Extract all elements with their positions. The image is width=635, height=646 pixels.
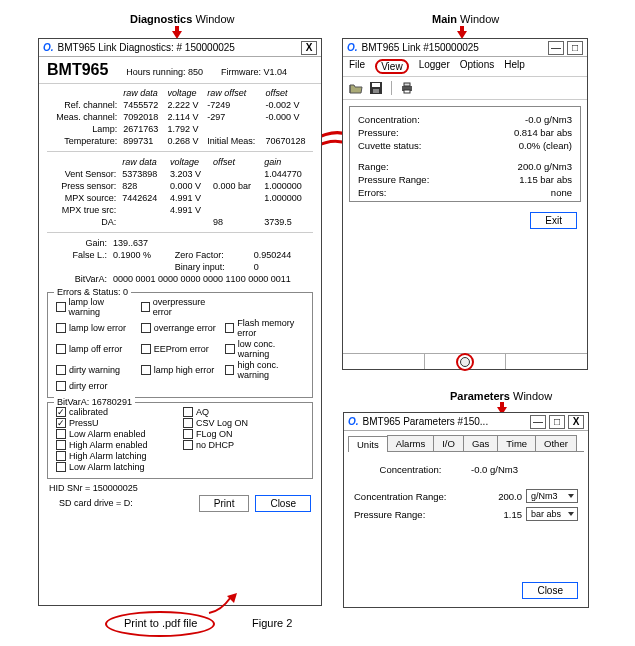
print-button[interactable]: Print [199, 495, 250, 512]
checkbox-High-Alarm-enabled[interactable]: High Alarm enabled [56, 440, 177, 450]
model-name: BMT965 [47, 61, 108, 79]
tab-alarms[interactable]: Alarms [387, 435, 435, 451]
press-label: Pressure: [358, 127, 399, 138]
main-toolbar [343, 77, 587, 100]
prange-value: 1.15 bar abs [519, 174, 572, 185]
checkbox-box [141, 302, 150, 312]
checkbox-box [56, 323, 66, 333]
exit-button[interactable]: Exit [530, 212, 577, 229]
tab-other[interactable]: Other [535, 435, 577, 451]
figure-caption: Figure 2 [252, 617, 292, 629]
p-conc-value: -0.0 g/Nm3 [471, 464, 518, 475]
checkbox-AQ[interactable]: AQ [183, 407, 304, 417]
main-info-panel-1: Concentration:-0.0 g/Nm3 Pressure:0.814 … [349, 106, 581, 202]
hid-info: HID SNr = 150000025 [39, 483, 321, 495]
checkbox-dirty-error[interactable]: dirty error [56, 381, 135, 391]
svg-rect-1 [372, 83, 380, 87]
menu-view[interactable]: View [375, 59, 409, 74]
checkbox-FLog-ON[interactable]: FLog ON [183, 429, 304, 439]
checkbox-dirty-warning[interactable]: dirty warning [56, 360, 135, 380]
main-title-bar: O. BMT965 Link #150000025 — □ [343, 39, 587, 57]
errors-fieldset: Errors & Status: 0 lamp low warningoverp… [47, 292, 313, 398]
checkbox-overrange-error[interactable]: overrange error [141, 318, 220, 338]
maximize-button[interactable]: □ [549, 415, 565, 429]
p-crange-unit-combo[interactable]: g/Nm3 [526, 489, 578, 503]
checkbox-high-conc.-warning[interactable]: high conc. warning [225, 360, 304, 380]
params-body: Concentration: -0.0 g/Nm3 Concentration … [344, 452, 588, 533]
menu-logger[interactable]: Logger [419, 59, 450, 74]
menu-help[interactable]: Help [504, 59, 525, 74]
checkbox-box [225, 344, 234, 354]
checkbox-CSV-Log-ON[interactable]: CSV Log ON [183, 418, 304, 428]
close-button[interactable]: Close [255, 495, 311, 512]
checkbox-box [183, 418, 193, 428]
errors-label: Errors: [358, 187, 387, 198]
checkbox-PressU[interactable]: PressU [56, 418, 177, 428]
checkbox-box [225, 365, 234, 375]
checkbox-low-conc.-warning[interactable]: low conc. warning [225, 339, 304, 359]
diag-title-bar: O. BMT965 Link Diagnostics: # 150000025 … [39, 39, 321, 57]
svg-rect-4 [404, 83, 410, 86]
range-label: Range: [358, 161, 389, 172]
app-icon: O. [347, 42, 358, 53]
p-prange-unit-combo[interactable]: bar abs [526, 507, 578, 521]
cuvette-label: Cuvette status: [358, 140, 421, 151]
main-window-label-bold: Main [432, 13, 457, 25]
checkbox-lamp-high-error[interactable]: lamp high error [141, 360, 220, 380]
checkbox-lamp-off-error[interactable]: lamp off error [56, 339, 135, 359]
save-icon[interactable] [369, 81, 383, 95]
diag-table-2: raw datavoltageoffsetgain Vent Sensor:53… [47, 155, 313, 229]
checkbox-Flash-memory-error[interactable]: Flash memory error [225, 318, 304, 338]
p-prange-label: Pressure Range: [354, 509, 476, 520]
checkbox-box [56, 462, 66, 472]
checkbox-box [56, 418, 66, 428]
checkbox-Low-Alarm-enabled[interactable]: Low Alarm enabled [56, 429, 177, 439]
main-status-bar [343, 353, 587, 369]
p-conc-label: Concentration: [354, 464, 471, 475]
checkbox-Low-Alarm-latching[interactable]: Low Alarm latching [56, 462, 177, 472]
menu-options[interactable]: Options [460, 59, 494, 74]
checkbox-box [56, 381, 66, 391]
tab-time[interactable]: Time [497, 435, 536, 451]
checkbox-box [141, 323, 151, 333]
checkbox-box [56, 365, 66, 375]
checkbox-box [56, 407, 66, 417]
tab-gas[interactable]: Gas [463, 435, 498, 451]
hours-label: Hours running: [126, 67, 185, 77]
tab-units[interactable]: Units [348, 436, 388, 452]
open-icon[interactable] [349, 81, 363, 95]
checkbox-lamp-low-error[interactable]: lamp low error [56, 318, 135, 338]
checkbox-EEProm-error[interactable]: EEProm error [141, 339, 220, 359]
close-window-button[interactable]: X [568, 415, 584, 429]
main-title: BMT965 Link #150000025 [362, 42, 545, 53]
cuvette-value: 0.0% (clean) [519, 140, 572, 151]
p-crange-label: Concentration Range: [354, 491, 476, 502]
params-close-button[interactable]: Close [522, 582, 578, 599]
params-tabs: Units Alarms I/O Gas Time Other [348, 435, 584, 452]
print-icon[interactable] [400, 81, 414, 95]
checkbox-overpressure-error[interactable]: overpressure error [141, 297, 220, 317]
tab-io[interactable]: I/O [433, 435, 464, 451]
checkbox-lamp-low-warning[interactable]: lamp low warning [56, 297, 135, 317]
close-window-button[interactable]: X [301, 41, 317, 55]
checkbox-box [183, 407, 193, 417]
checkbox-box [56, 302, 66, 312]
fw-label: Firmware: [221, 67, 261, 77]
maximize-button[interactable]: □ [567, 41, 583, 55]
minimize-button[interactable]: — [548, 41, 564, 55]
print-callout-label: Print to .pdf file [124, 617, 197, 629]
checkbox-box [56, 344, 66, 354]
comm-indicator-highlight [456, 353, 474, 371]
menu-file[interactable]: File [349, 59, 365, 74]
minimize-button[interactable]: — [530, 415, 546, 429]
press-value: 0.814 bar abs [514, 127, 572, 138]
prange-label: Pressure Range: [358, 174, 429, 185]
errors-legend: Errors & Status: 0 [54, 287, 131, 297]
checkbox-no-DHCP[interactable]: no DHCP [183, 440, 304, 450]
diagnostics-window: O. BMT965 Link Diagnostics: # 150000025 … [38, 38, 322, 606]
diag-table-1: raw datavoltageraw offsetoffset Ref. cha… [47, 86, 313, 148]
checkbox-High-Alarm-latching[interactable]: High Alarm latching [56, 451, 177, 461]
toolbar-divider [391, 81, 392, 95]
diag-body: raw datavoltageraw offsetoffset Ref. cha… [39, 84, 321, 288]
checkbox-calibrated[interactable]: calibrated [56, 407, 177, 417]
